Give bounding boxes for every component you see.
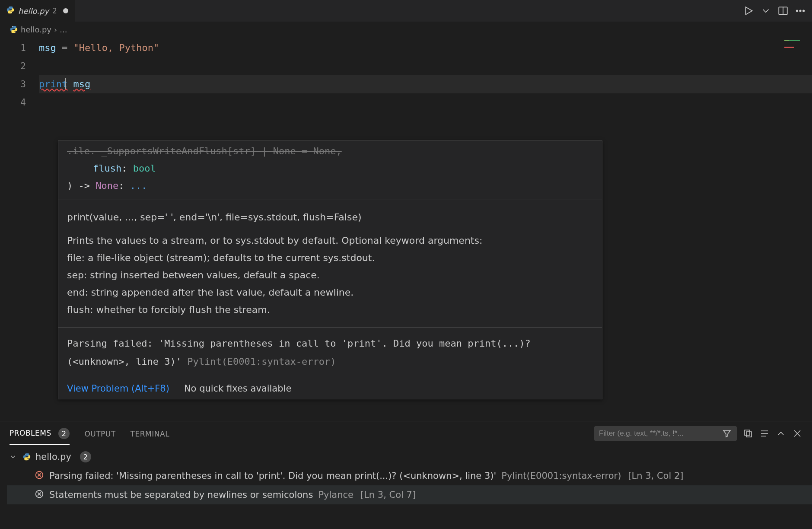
panel-tab-terminal[interactable]: TERMINAL [131,424,169,443]
svg-point-17 [28,459,29,460]
hover-tooltip: .ile. _SupportsWriteAndFlush[str] | None… [58,140,602,399]
tab-filename: hello.py [18,6,49,16]
svg-point-7 [12,26,13,27]
line-number: 4 [0,93,39,112]
breadcrumb[interactable]: hello.py › ... [0,22,812,37]
problems-count-badge: 2 [58,428,70,439]
maximize-panel-icon[interactable] [776,428,786,439]
more-actions-icon[interactable] [795,5,806,16]
line-number-gutter: 1 2 3 4 [0,37,39,421]
minimap[interactable] [784,40,806,57]
bottom-panel: PROBLEMS 2 OUTPUT TERMINAL hello.py 2 [0,421,812,529]
code-line-1[interactable]: msg = "Hello, Python" [39,39,812,57]
svg-point-5 [799,10,801,11]
line-number: 3 [0,75,39,93]
problem-row[interactable]: Parsing failed: 'Missing parentheses in … [7,466,812,485]
problem-source: Pylance [318,490,353,500]
problem-message: Parsing failed: 'Missing parentheses in … [49,471,496,481]
problems-filter-input[interactable] [594,426,737,441]
svg-point-0 [9,7,10,8]
run-icon[interactable] [743,5,754,16]
view-problem-link[interactable]: View Problem (Alt+F8) [67,383,169,394]
code-line-3[interactable]: print msg [39,75,812,93]
no-quick-fix-label: No quick fixes available [184,383,291,394]
file-problem-count-badge: 2 [80,451,91,462]
panel-tab-problems[interactable]: PROBLEMS 2 [10,422,70,445]
svg-point-4 [796,10,798,11]
code-line-4[interactable] [39,93,812,112]
line-number: 2 [0,57,39,75]
svg-rect-9 [745,430,750,435]
panel-tab-output[interactable]: OUTPUT [84,424,115,443]
filter-icon[interactable] [722,428,732,439]
svg-point-8 [15,32,16,32]
error-icon [35,489,44,501]
python-file-icon [22,453,31,461]
hover-actions: View Problem (Alt+F8) No quick fixes ava… [58,378,602,399]
svg-rect-10 [746,432,751,437]
tab-problem-count: 2 [52,6,57,15]
close-panel-icon[interactable] [792,428,802,439]
tab-bar: hello.py 2 [0,0,812,22]
breadcrumb-rest: ... [60,25,67,34]
error-icon [35,470,44,482]
code-line-2[interactable] [39,57,812,75]
problem-location: [Ln 3, Col 2] [628,471,683,481]
unsaved-indicator-icon [63,8,68,13]
editor-tab-hello[interactable]: hello.py 2 [0,0,76,22]
line-number: 1 [0,39,39,57]
python-file-icon [6,6,15,16]
svg-point-6 [803,10,804,11]
problem-row[interactable]: Statements must be separated by newlines… [7,485,812,504]
problem-location: [Ln 3, Col 7] [360,490,416,500]
problem-source: Pylint(E0001:syntax-error) [501,471,621,481]
problems-filter-field[interactable] [599,429,717,438]
hover-documentation: print(value, ..., sep=' ', end='\n', fil… [58,200,602,327]
breadcrumb-filename: hello.py [21,25,51,34]
chevron-right-icon: › [54,25,57,34]
view-as-list-icon[interactable] [759,428,770,439]
text-cursor [65,78,66,89]
python-file-icon [10,25,18,34]
collapse-all-icon[interactable] [743,428,753,439]
problems-file-row[interactable]: hello.py 2 [7,447,812,466]
split-editor-icon[interactable] [777,5,789,16]
problems-list: hello.py 2 Parsing failed: 'Missing pare… [0,446,812,529]
chevron-down-icon[interactable] [8,452,18,462]
editor[interactable]: 1 2 3 4 msg = "Hello, Python" print msg … [0,37,812,421]
hover-signature: .ile. _SupportsWriteAndFlush[str] | None… [58,141,602,200]
svg-point-1 [11,12,12,13]
svg-point-16 [25,454,26,455]
run-dropdown-icon[interactable] [760,5,771,16]
problem-message: Statements must be separated by newlines… [49,490,313,500]
problems-file-name: hello.py [35,452,71,462]
hover-error-message: Parsing failed: 'Missing parentheses in … [58,328,602,378]
panel-tab-bar: PROBLEMS 2 OUTPUT TERMINAL [0,421,812,446]
